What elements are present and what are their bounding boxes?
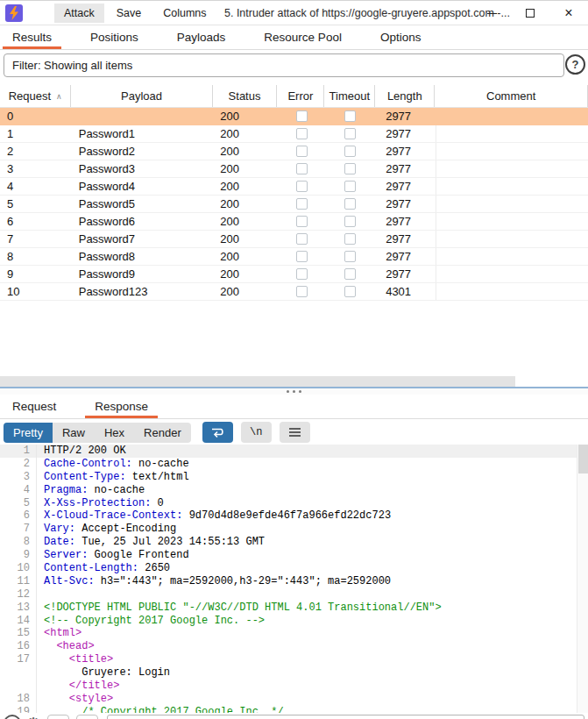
error-checkbox[interactable] [296, 233, 308, 245]
title-bar: AttackSaveColumns 5. Intruder attack of … [0, 1, 588, 25]
table-row[interactable]: 9Password92002977 [0, 266, 588, 283]
timeout-checkbox[interactable] [344, 233, 356, 245]
tab-positions[interactable]: Positions [81, 25, 148, 49]
editor-vertical-scrollbar[interactable] [577, 445, 588, 719]
column-header-timeout[interactable]: Timeout [324, 85, 375, 107]
cell-request: 8 [0, 248, 72, 265]
timeout-checkbox[interactable] [344, 146, 356, 157]
splitter-handle[interactable] [0, 388, 588, 395]
error-checkbox[interactable] [296, 163, 308, 174]
help-icon[interactable]: ? [565, 54, 585, 75]
cell-status: 200 [213, 248, 278, 265]
menu-item-columns[interactable]: Columns [153, 4, 216, 23]
table-row[interactable]: 3Password32002977 [0, 160, 588, 178]
error-checkbox[interactable] [296, 286, 308, 297]
column-header-error[interactable]: Error [277, 85, 324, 107]
column-header-comment[interactable]: Comment [435, 85, 588, 107]
search-next-button[interactable]: › [76, 715, 98, 719]
timeout-checkbox[interactable] [344, 110, 356, 122]
menu-item-save[interactable]: Save [107, 4, 152, 23]
wrap-toggle-button[interactable] [202, 422, 233, 443]
cell-comment [436, 196, 588, 212]
timeout-checkbox[interactable] [344, 216, 356, 227]
view-mode-hex[interactable]: Hex [95, 423, 134, 443]
minimize-button[interactable] [472, 1, 511, 25]
cell-timeout [325, 125, 375, 142]
table-row[interactable]: 7Password72002977 [0, 231, 588, 248]
search-prev-button[interactable]: ‹ [47, 715, 69, 719]
table-row[interactable]: 6Password62002977 [0, 213, 588, 231]
filter-section: Filter: Showing all items ? [0, 50, 588, 83]
code-text: Gruyere: Login [37, 666, 170, 680]
table-row[interactable]: 1Password12002977 [0, 125, 588, 143]
close-button[interactable]: × [549, 1, 588, 25]
timeout-checkbox[interactable] [344, 128, 356, 139]
table-row[interactable]: 02002977 [0, 108, 588, 125]
tab-response[interactable]: Response [85, 395, 158, 418]
filter-bar[interactable]: Filter: Showing all items [4, 53, 564, 77]
scrollbar-thumb[interactable] [578, 445, 588, 473]
code-line: 9Server: Google Frontend [0, 549, 577, 562]
timeout-checkbox[interactable] [344, 286, 356, 297]
table-row[interactable]: 4Password42002977 [0, 178, 588, 196]
error-checkbox[interactable] [296, 128, 308, 139]
search-help-icon[interactable]: ? [4, 715, 21, 719]
column-header-status[interactable]: Status [213, 85, 277, 107]
code-text: Date: Tue, 25 Jul 2023 14:55:13 GMT [37, 536, 265, 549]
line-number: 18 [0, 693, 37, 706]
timeout-checkbox[interactable] [344, 163, 356, 174]
code-line: 4Pragma: no-cache [0, 484, 577, 497]
search-input[interactable] [107, 715, 584, 719]
code-text: X-Xss-Protection: 0 [37, 497, 164, 510]
error-checkbox[interactable] [296, 110, 308, 122]
cell-request: 10 [0, 283, 72, 300]
cell-payload [72, 108, 214, 125]
tab-request[interactable]: Request [3, 395, 66, 418]
column-header-request[interactable]: Request∧ [0, 85, 71, 107]
timeout-checkbox[interactable] [344, 181, 356, 192]
error-checkbox[interactable] [296, 198, 308, 210]
timeout-checkbox[interactable] [344, 268, 356, 280]
line-number: 14 [0, 615, 37, 628]
cell-status: 200 [213, 266, 278, 282]
view-mode-segment: PrettyRawHexRender [4, 423, 191, 443]
line-number: 8 [0, 536, 37, 549]
tab-options[interactable]: Options [371, 25, 431, 49]
cell-request: 9 [0, 266, 72, 282]
cell-payload: Password1 [72, 125, 214, 142]
table-horizontal-scrollbar[interactable] [0, 376, 515, 387]
table-row[interactable]: 10Password1232004301 [0, 283, 588, 301]
maximize-button[interactable] [511, 1, 549, 25]
gear-icon[interactable]: ⚙ [26, 715, 40, 719]
timeout-checkbox[interactable] [344, 251, 356, 262]
table-row[interactable]: 5Password52002977 [0, 196, 588, 213]
show-newlines-button[interactable]: \n [241, 422, 272, 443]
editor-menu-button[interactable] [280, 422, 310, 443]
column-header-payload[interactable]: Payload [71, 85, 213, 107]
tab-results[interactable]: Results [3, 25, 61, 49]
view-mode-raw[interactable]: Raw [53, 423, 95, 443]
cell-error [278, 213, 325, 230]
table-row[interactable]: 2Password22002977 [0, 143, 588, 160]
code-line: 6X-Cloud-Trace-Context: 9d70d4d8e9efde46… [0, 509, 577, 523]
menu-item-attack[interactable]: Attack [54, 4, 104, 23]
error-checkbox[interactable] [296, 216, 308, 227]
message-tab-bar: RequestResponse [0, 395, 588, 419]
error-checkbox[interactable] [296, 181, 308, 192]
error-checkbox[interactable] [296, 268, 308, 280]
error-checkbox[interactable] [296, 251, 308, 262]
error-checkbox[interactable] [296, 146, 308, 157]
response-editor[interactable]: 1HTTP/2 200 OK2Cache-Control: no-cache3C… [0, 445, 577, 719]
code-text: Content-Type: text/html [37, 471, 189, 484]
cell-error [278, 266, 325, 282]
timeout-checkbox[interactable] [344, 198, 356, 210]
tab-resource-pool[interactable]: Resource Pool [254, 25, 351, 49]
view-mode-pretty[interactable]: Pretty [4, 423, 53, 443]
tab-payloads[interactable]: Payloads [167, 25, 236, 49]
column-header-length[interactable]: Length [375, 85, 435, 107]
cell-request: 0 [0, 108, 72, 125]
cell-status: 200 [213, 196, 278, 212]
table-header-row: Request∧PayloadStatusErrorTimeoutLengthC… [0, 85, 588, 108]
table-row[interactable]: 8Password82002977 [0, 248, 588, 266]
view-mode-render[interactable]: Render [134, 423, 191, 443]
